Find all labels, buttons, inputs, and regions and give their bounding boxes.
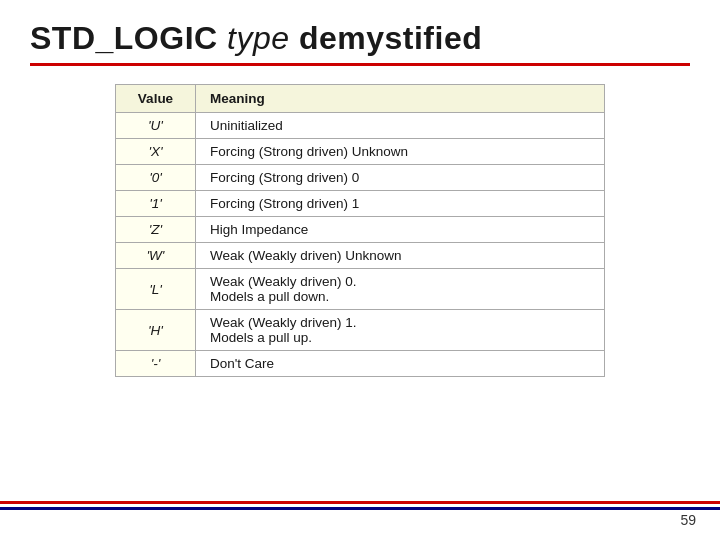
page-number: 59 — [680, 512, 696, 528]
title-suffix: demystified — [290, 20, 483, 56]
table-row: 'W'Weak (Weakly driven) Unknown — [116, 243, 605, 269]
cell-meaning: High Impedance — [196, 217, 605, 243]
table-wrapper: Value Meaning 'U'Uninitialized'X'Forcing… — [30, 84, 690, 377]
cell-meaning: Weak (Weakly driven) 1.Models a pull up. — [196, 310, 605, 351]
cell-meaning: Forcing (Strong driven) 0 — [196, 165, 605, 191]
std-logic-table: Value Meaning 'U'Uninitialized'X'Forcing… — [115, 84, 605, 377]
cell-value: 'U' — [116, 113, 196, 139]
table-row: 'U'Uninitialized — [116, 113, 605, 139]
table-row: 'L'Weak (Weakly driven) 0.Models a pull … — [116, 269, 605, 310]
page-container: STD_LOGIC type demystified Value Meaning… — [0, 0, 720, 540]
cell-meaning: Weak (Weakly driven) Unknown — [196, 243, 605, 269]
cell-meaning: Uninitialized — [196, 113, 605, 139]
cell-value: '1' — [116, 191, 196, 217]
table-row: '0'Forcing (Strong driven) 0 — [116, 165, 605, 191]
title-prefix: STD_LOGIC — [30, 20, 227, 56]
bottom-red-line — [0, 501, 720, 504]
table-header-row: Value Meaning — [116, 85, 605, 113]
table-row: '1'Forcing (Strong driven) 1 — [116, 191, 605, 217]
title-area: STD_LOGIC type demystified — [30, 20, 690, 57]
column-header-value: Value — [116, 85, 196, 113]
cell-value: 'L' — [116, 269, 196, 310]
cell-meaning: Don't Care — [196, 351, 605, 377]
cell-meaning: Forcing (Strong driven) 1 — [196, 191, 605, 217]
cell-value: 'W' — [116, 243, 196, 269]
title-italic: type — [227, 20, 289, 56]
bottom-blue-line — [0, 507, 720, 510]
page-title: STD_LOGIC type demystified — [30, 20, 690, 57]
table-row: 'X'Forcing (Strong driven) Unknown — [116, 139, 605, 165]
cell-value: '-' — [116, 351, 196, 377]
cell-meaning: Weak (Weakly driven) 0.Models a pull dow… — [196, 269, 605, 310]
cell-value: 'H' — [116, 310, 196, 351]
column-header-meaning: Meaning — [196, 85, 605, 113]
cell-value: 'Z' — [116, 217, 196, 243]
title-underline — [30, 63, 690, 66]
cell-meaning: Forcing (Strong driven) Unknown — [196, 139, 605, 165]
cell-value: 'X' — [116, 139, 196, 165]
cell-value: '0' — [116, 165, 196, 191]
table-row: 'H'Weak (Weakly driven) 1.Models a pull … — [116, 310, 605, 351]
table-row: 'Z'High Impedance — [116, 217, 605, 243]
table-row: '-'Don't Care — [116, 351, 605, 377]
